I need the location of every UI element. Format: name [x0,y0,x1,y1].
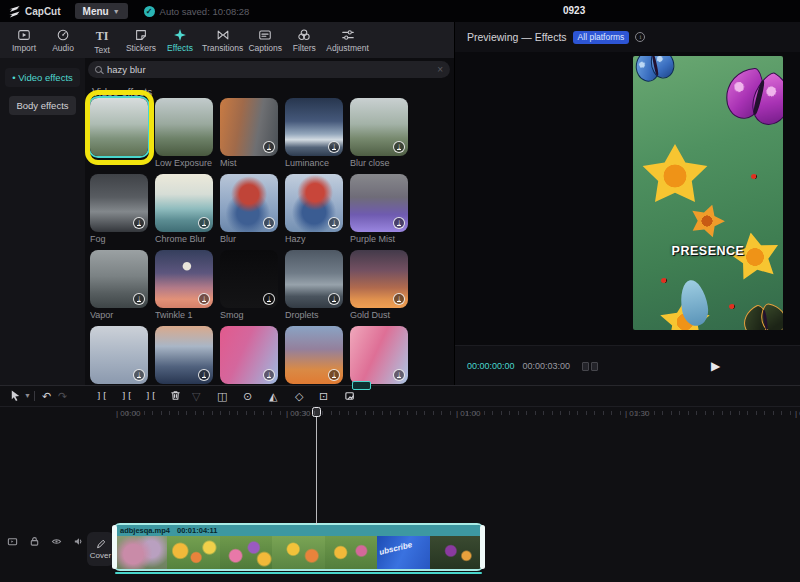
search-input[interactable] [107,64,432,75]
undo-button[interactable]: ↶ [42,388,51,404]
rotate-button[interactable]: ◇ [295,388,303,404]
effect-thumbnail[interactable]: ↓ [155,250,213,308]
clip-left-handle[interactable] [112,525,117,569]
split-button[interactable]: ][ [121,388,132,404]
effect-thumbnail[interactable]: ↓ [350,250,408,308]
speed-button[interactable]: ⊙ [243,388,252,404]
effect-thumbnail[interactable]: ↓ [350,174,408,232]
effect-card[interactable] [90,98,148,169]
download-icon[interactable]: ↓ [133,369,145,381]
effect-thumbnail[interactable]: ↓ [155,174,213,232]
split-right-button[interactable]: ][ [145,388,156,404]
download-icon[interactable]: ↓ [263,141,275,153]
timeline-ruler[interactable]: 00:0000:3001:0001:3002:00 [0,406,800,422]
search-bar[interactable]: × [88,61,450,78]
playhead-handle[interactable] [312,407,321,417]
download-icon[interactable]: ↓ [393,141,405,153]
effect-thumbnail[interactable]: ↓ [285,326,343,384]
effect-card[interactable]: Low Exposure [155,98,213,169]
info-icon[interactable]: i [635,32,645,42]
effect-card[interactable]: ↓Fog [90,174,148,245]
effect-thumbnail[interactable]: ↓ [90,174,148,232]
main-track-icon[interactable] [7,536,18,547]
preview-video[interactable]: PRESENCE [633,56,783,330]
effect-card[interactable]: ↓ [90,326,148,385]
effect-thumbnail[interactable]: ↓ [220,98,278,156]
download-icon[interactable]: ↓ [198,293,210,305]
sidebar-item-body-effects[interactable]: Body effects [9,96,75,115]
effect-card[interactable]: ↓Luminance [285,98,343,169]
download-icon[interactable]: ↓ [393,369,405,381]
effect-thumbnail[interactable]: ↓ [285,250,343,308]
effect-card[interactable]: ↓Hazy [285,174,343,245]
platform-badge[interactable]: All platforms [573,31,630,44]
effect-thumbnail[interactable]: ↓ [90,326,148,384]
lock-icon[interactable] [29,536,40,547]
delete-button[interactable] [169,388,182,404]
mirror-button[interactable]: ◫ [217,388,227,404]
effect-thumbnail[interactable]: ↓ [155,326,213,384]
flip-button[interactable]: ◭ [269,388,277,404]
download-icon[interactable]: ↓ [393,217,405,229]
effect-card[interactable]: ↓Mist [220,98,278,169]
frame-step-icons[interactable] [582,357,598,375]
download-icon[interactable]: ↓ [263,293,275,305]
effect-thumbnail[interactable]: ↓ [220,174,278,232]
tab-captions[interactable]: Captions [246,23,284,57]
download-icon[interactable]: ↓ [198,369,210,381]
eye-icon[interactable] [51,536,62,547]
download-icon[interactable]: ↓ [393,293,405,305]
effect-card[interactable]: ↓Smog [220,250,278,321]
effect-card[interactable]: ↓ [155,326,213,385]
download-icon[interactable]: ↓ [328,369,340,381]
effect-card[interactable]: ↓ [285,326,343,385]
tab-text[interactable]: TIText [83,23,121,57]
mute-icon[interactable] [73,536,84,547]
effect-card[interactable]: ↓Blur close [350,98,408,169]
tab-filters[interactable]: Filters [285,23,323,57]
effect-card[interactable]: ↓Chrome Blur [155,174,213,245]
select-tool-button[interactable] [9,388,22,404]
tab-stickers[interactable]: Stickers [122,23,160,57]
tab-adjustment[interactable]: Adjustment [324,23,371,57]
effect-card[interactable]: ↓Droplets [285,250,343,321]
download-icon[interactable]: ↓ [263,217,275,229]
clear-search-icon[interactable]: × [437,65,443,75]
download-icon[interactable]: ↓ [198,217,210,229]
freeze-button[interactable]: ▽ [192,388,200,404]
download-icon[interactable]: ↓ [133,293,145,305]
crop-button[interactable]: ⊡ [319,388,328,404]
tab-audio[interactable]: Audio [44,23,82,57]
sidebar-item-video-effects[interactable]: • Video effects [5,68,80,87]
tab-import[interactable]: Import [5,23,43,57]
video-clip[interactable]: adbjesqa.mp4 00:01:04:11 ubscribe [115,525,482,569]
effect-card[interactable]: ↓Gold Dust [350,250,408,321]
effect-card[interactable]: ↓Blur [220,174,278,245]
effect-card[interactable]: ↓Twinkle 1 [155,250,213,321]
select-tool-chevron-icon[interactable]: ▼ [24,388,31,404]
effect-card[interactable]: ↓Purple Mist [350,174,408,245]
download-icon[interactable]: ↓ [328,293,340,305]
effect-thumbnail[interactable]: ↓ [220,250,278,308]
download-icon[interactable]: ↓ [263,369,275,381]
effect-thumbnail[interactable]: ↓ [350,326,408,384]
effect-thumbnail[interactable]: ↓ [220,326,278,384]
effect-thumbnail[interactable]: ↓ [90,250,148,308]
effect-thumbnail[interactable] [90,98,148,156]
tab-transitions[interactable]: Transitions [200,23,245,57]
ai-photo-button[interactable] [344,388,357,404]
split-left-button[interactable]: ][ [96,388,107,404]
menu-button[interactable]: Menu ▼ [75,3,128,19]
play-button[interactable]: ▶ [711,359,720,373]
effect-thumbnail[interactable]: ↓ [350,98,408,156]
download-icon[interactable]: ↓ [328,217,340,229]
effect-card[interactable]: ↓ [350,326,408,385]
redo-button[interactable]: ↷ [58,388,67,404]
effect-thumbnail[interactable]: ↓ [285,98,343,156]
effect-thumbnail[interactable] [155,98,213,156]
effect-card[interactable]: ↓ [220,326,278,385]
effect-thumbnail[interactable]: ↓ [285,174,343,232]
tab-effects[interactable]: Effects [161,23,199,57]
download-icon[interactable]: ↓ [328,141,340,153]
cover-button[interactable]: Cover [87,532,114,566]
